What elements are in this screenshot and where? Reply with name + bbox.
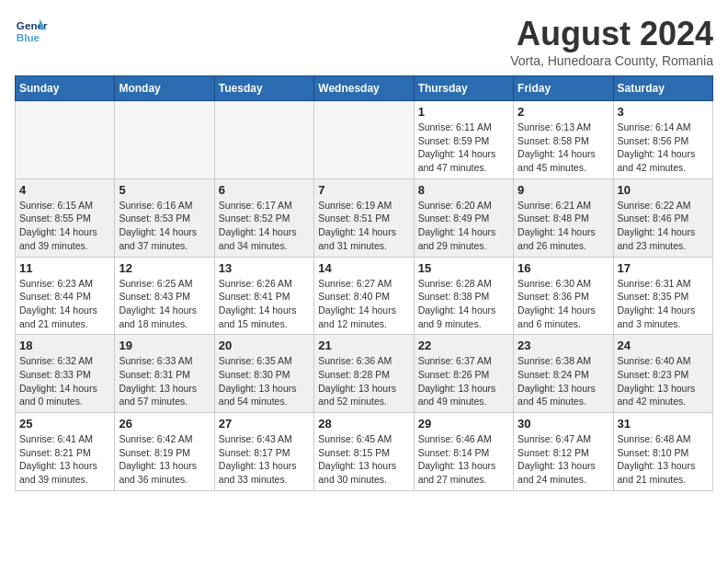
- calendar-cell: 15Sunrise: 6:28 AM Sunset: 8:38 PM Dayli…: [414, 257, 513, 335]
- day-info: Sunrise: 6:43 AM Sunset: 8:17 PM Dayligh…: [219, 432, 310, 487]
- day-number: 12: [119, 261, 210, 275]
- location-subtitle: Vorta, Hunedoara County, Romania: [510, 53, 713, 68]
- day-number: 15: [418, 261, 509, 275]
- calendar-header-row: SundayMondayTuesdayWednesdayThursdayFrid…: [16, 76, 713, 101]
- day-number: 27: [219, 417, 310, 431]
- calendar-table: SundayMondayTuesdayWednesdayThursdayFrid…: [15, 75, 713, 491]
- day-number: 13: [219, 261, 310, 275]
- day-of-week-header: Tuesday: [214, 76, 313, 101]
- day-number: 19: [119, 339, 210, 352]
- day-info: Sunrise: 6:19 AM Sunset: 8:51 PM Dayligh…: [318, 199, 409, 253]
- day-info: Sunrise: 6:37 AM Sunset: 8:26 PM Dayligh…: [418, 354, 509, 408]
- calendar-cell: [16, 101, 115, 179]
- day-info: Sunrise: 6:21 AM Sunset: 8:48 PM Dayligh…: [518, 199, 609, 253]
- day-number: 26: [119, 417, 210, 431]
- calendar-cell: 21Sunrise: 6:36 AM Sunset: 8:28 PM Dayli…: [314, 335, 414, 413]
- calendar-cell: [115, 101, 214, 179]
- day-number: 4: [19, 183, 110, 197]
- day-info: Sunrise: 6:33 AM Sunset: 8:31 PM Dayligh…: [119, 354, 210, 408]
- day-of-week-header: Friday: [514, 76, 613, 101]
- calendar-cell: [214, 101, 313, 179]
- day-of-week-header: Sunday: [16, 76, 115, 101]
- day-info: Sunrise: 6:17 AM Sunset: 8:52 PM Dayligh…: [219, 199, 310, 253]
- day-info: Sunrise: 6:23 AM Sunset: 8:44 PM Dayligh…: [19, 277, 110, 331]
- day-info: Sunrise: 6:28 AM Sunset: 8:38 PM Dayligh…: [418, 277, 509, 331]
- day-info: Sunrise: 6:35 AM Sunset: 8:30 PM Dayligh…: [219, 354, 310, 408]
- calendar-week-row: 25Sunrise: 6:41 AM Sunset: 8:21 PM Dayli…: [16, 413, 713, 491]
- calendar-week-row: 11Sunrise: 6:23 AM Sunset: 8:44 PM Dayli…: [16, 257, 713, 335]
- calendar-cell: 13Sunrise: 6:26 AM Sunset: 8:41 PM Dayli…: [214, 257, 313, 335]
- calendar-cell: 26Sunrise: 6:42 AM Sunset: 8:19 PM Dayli…: [115, 413, 214, 491]
- calendar-cell: 24Sunrise: 6:40 AM Sunset: 8:23 PM Dayli…: [613, 335, 712, 413]
- calendar-cell: 6Sunrise: 6:17 AM Sunset: 8:52 PM Daylig…: [214, 178, 313, 257]
- day-info: Sunrise: 6:45 AM Sunset: 8:15 PM Dayligh…: [318, 432, 409, 487]
- calendar-cell: 20Sunrise: 6:35 AM Sunset: 8:30 PM Dayli…: [214, 335, 313, 413]
- day-info: Sunrise: 6:26 AM Sunset: 8:41 PM Dayligh…: [219, 277, 310, 331]
- day-number: 3: [618, 105, 709, 119]
- day-number: 31: [618, 417, 709, 431]
- day-number: 5: [119, 183, 210, 197]
- day-info: Sunrise: 6:30 AM Sunset: 8:36 PM Dayligh…: [518, 277, 609, 331]
- day-number: 30: [518, 417, 609, 431]
- calendar-cell: 25Sunrise: 6:41 AM Sunset: 8:21 PM Dayli…: [16, 413, 115, 491]
- calendar-cell: 14Sunrise: 6:27 AM Sunset: 8:40 PM Dayli…: [314, 257, 414, 335]
- day-number: 25: [19, 417, 110, 431]
- calendar-week-row: 4Sunrise: 6:15 AM Sunset: 8:55 PM Daylig…: [16, 178, 713, 257]
- page-header: General Blue August 2024 Vorta, Hunedoar…: [15, 15, 713, 68]
- day-number: 11: [19, 261, 110, 275]
- day-info: Sunrise: 6:15 AM Sunset: 8:55 PM Dayligh…: [19, 199, 110, 253]
- day-info: Sunrise: 6:36 AM Sunset: 8:28 PM Dayligh…: [318, 354, 409, 408]
- day-of-week-header: Saturday: [613, 76, 712, 101]
- calendar-week-row: 18Sunrise: 6:32 AM Sunset: 8:33 PM Dayli…: [16, 335, 713, 413]
- day-info: Sunrise: 6:40 AM Sunset: 8:23 PM Dayligh…: [618, 354, 709, 408]
- day-info: Sunrise: 6:20 AM Sunset: 8:49 PM Dayligh…: [418, 199, 509, 253]
- logo: General Blue: [15, 15, 48, 48]
- calendar-cell: 16Sunrise: 6:30 AM Sunset: 8:36 PM Dayli…: [514, 257, 613, 335]
- calendar-cell: 12Sunrise: 6:25 AM Sunset: 8:43 PM Dayli…: [115, 257, 214, 335]
- day-number: 23: [518, 339, 609, 352]
- day-number: 8: [418, 183, 509, 197]
- day-info: Sunrise: 6:14 AM Sunset: 8:56 PM Dayligh…: [618, 121, 709, 175]
- day-number: 21: [318, 339, 409, 352]
- calendar-cell: 3Sunrise: 6:14 AM Sunset: 8:56 PM Daylig…: [613, 101, 712, 179]
- month-title: August 2024: [510, 15, 713, 53]
- calendar-cell: 18Sunrise: 6:32 AM Sunset: 8:33 PM Dayli…: [16, 335, 115, 413]
- day-of-week-header: Monday: [115, 76, 214, 101]
- day-number: 9: [518, 183, 609, 197]
- calendar-cell: 11Sunrise: 6:23 AM Sunset: 8:44 PM Dayli…: [16, 257, 115, 335]
- logo-icon: General Blue: [15, 15, 48, 48]
- day-number: 28: [318, 417, 409, 431]
- day-info: Sunrise: 6:47 AM Sunset: 8:12 PM Dayligh…: [518, 432, 609, 487]
- calendar-cell: 27Sunrise: 6:43 AM Sunset: 8:17 PM Dayli…: [214, 413, 313, 491]
- day-info: Sunrise: 6:38 AM Sunset: 8:24 PM Dayligh…: [518, 354, 609, 408]
- day-number: 6: [219, 183, 310, 197]
- day-info: Sunrise: 6:22 AM Sunset: 8:46 PM Dayligh…: [618, 199, 709, 253]
- day-info: Sunrise: 6:46 AM Sunset: 8:14 PM Dayligh…: [418, 432, 509, 487]
- day-of-week-header: Thursday: [414, 76, 513, 101]
- calendar-cell: 29Sunrise: 6:46 AM Sunset: 8:14 PM Dayli…: [414, 413, 513, 491]
- day-number: 10: [618, 183, 709, 197]
- svg-text:Blue: Blue: [17, 31, 40, 43]
- calendar-cell: 17Sunrise: 6:31 AM Sunset: 8:35 PM Dayli…: [613, 257, 712, 335]
- day-info: Sunrise: 6:41 AM Sunset: 8:21 PM Dayligh…: [19, 432, 110, 487]
- calendar-cell: 9Sunrise: 6:21 AM Sunset: 8:48 PM Daylig…: [514, 178, 613, 257]
- day-number: 18: [19, 339, 110, 352]
- calendar-cell: 5Sunrise: 6:16 AM Sunset: 8:53 PM Daylig…: [115, 178, 214, 257]
- day-info: Sunrise: 6:13 AM Sunset: 8:58 PM Dayligh…: [518, 121, 609, 175]
- day-info: Sunrise: 6:32 AM Sunset: 8:33 PM Dayligh…: [19, 354, 110, 408]
- day-number: 20: [219, 339, 310, 352]
- calendar-cell: 4Sunrise: 6:15 AM Sunset: 8:55 PM Daylig…: [16, 178, 115, 257]
- calendar-cell: 19Sunrise: 6:33 AM Sunset: 8:31 PM Dayli…: [115, 335, 214, 413]
- day-number: 22: [418, 339, 509, 352]
- calendar-cell: 28Sunrise: 6:45 AM Sunset: 8:15 PM Dayli…: [314, 413, 414, 491]
- day-info: Sunrise: 6:48 AM Sunset: 8:10 PM Dayligh…: [618, 432, 709, 487]
- day-number: 29: [418, 417, 509, 431]
- calendar-cell: 7Sunrise: 6:19 AM Sunset: 8:51 PM Daylig…: [314, 178, 414, 257]
- calendar-cell: 22Sunrise: 6:37 AM Sunset: 8:26 PM Dayli…: [414, 335, 513, 413]
- calendar-cell: 23Sunrise: 6:38 AM Sunset: 8:24 PM Dayli…: [514, 335, 613, 413]
- day-info: Sunrise: 6:42 AM Sunset: 8:19 PM Dayligh…: [119, 432, 210, 487]
- calendar-cell: 30Sunrise: 6:47 AM Sunset: 8:12 PM Dayli…: [514, 413, 613, 491]
- day-info: Sunrise: 6:16 AM Sunset: 8:53 PM Dayligh…: [119, 199, 210, 253]
- day-info: Sunrise: 6:27 AM Sunset: 8:40 PM Dayligh…: [318, 277, 409, 331]
- calendar-cell: 1Sunrise: 6:11 AM Sunset: 8:59 PM Daylig…: [414, 101, 513, 179]
